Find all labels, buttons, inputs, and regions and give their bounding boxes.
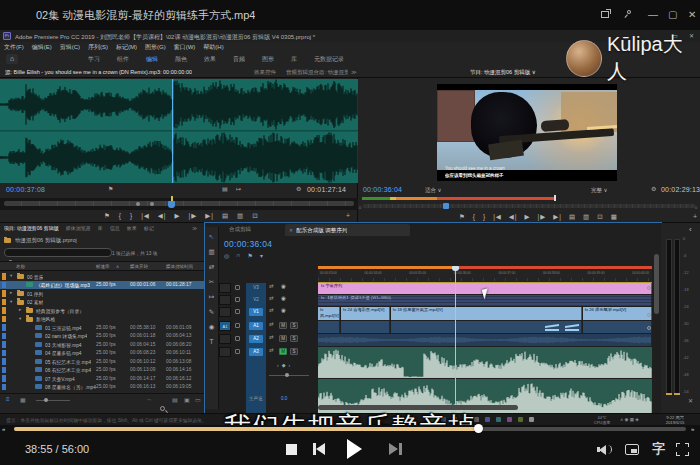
workspace-tab-2[interactable]: 编辑 [146, 55, 158, 64]
solo-button-A1[interactable]: S [290, 322, 298, 329]
resolution-dropdown[interactable]: 完整 ∨ [591, 187, 608, 194]
home-icon[interactable]: ⌂ [6, 54, 18, 64]
play-icon[interactable]: ▶ [175, 212, 181, 220]
source-settings-icon[interactable]: ⚙ [296, 185, 301, 192]
stop-button[interactable] [286, 444, 297, 455]
clip-v1[interactable]: fx 18 你是窗外风景.mp4[V] [391, 307, 582, 320]
project-tab-0[interactable]: 项目: 动漫混剪06 剪辑版 [4, 225, 59, 231]
music-clip-lane1[interactable] [318, 347, 652, 378]
pin-icon[interactable] [627, 10, 631, 14]
skip-forward-icon[interactable]: » [691, 426, 694, 432]
twirl-icon[interactable]: ▾ [10, 299, 12, 304]
project-row[interactable]: 08 星暮排名（另）.mp425.00 fps00:06:16:1300:06:… [0, 383, 205, 392]
step-forward-icon[interactable]: |▶ [538, 213, 547, 221]
clip-handle[interactable] [647, 286, 651, 290]
project-row[interactable]: 01 三渲运镜.mp425.00 fps00:05:38:1000:06:01:… [0, 323, 205, 332]
mute-button-A1[interactable]: M [279, 322, 287, 329]
lift-icon[interactable]: ▤ [569, 213, 576, 221]
col-fps[interactable]: 帧速率 [96, 264, 110, 269]
sync-lock-icon[interactable]: ⇄ [269, 307, 274, 313]
project-row[interactable]: ▾00 音乐 [0, 272, 205, 281]
go-to-in-icon[interactable]: |◀ [493, 213, 502, 221]
add-marker-icon[interactable]: ⚑ [104, 212, 111, 220]
track-name-V3[interactable]: V3 [249, 284, 263, 292]
workspace-tab-3[interactable]: 颜色 [175, 55, 187, 64]
track-volume-knob[interactable] [285, 373, 289, 377]
mark-out-icon[interactable]: } [130, 212, 133, 220]
export-frame-icon[interactable]: ⊡ [597, 213, 603, 221]
compare-icon[interactable]: ▦ [611, 213, 618, 221]
solo-button-A3[interactable]: S [290, 348, 298, 355]
source-scrubber[interactable] [0, 198, 358, 210]
track-output-icon[interactable]: ◉ [281, 307, 286, 313]
minimize-button[interactable]: — [648, 9, 658, 20]
twirl-icon[interactable]: ▸ [19, 307, 21, 312]
workspace-tab-0[interactable]: 学习 [88, 55, 100, 64]
menu-5[interactable]: 图形(G) [145, 43, 166, 52]
program-video-frame[interactable]: You should see me in a crown 你应该看到我头戴皇冠的… [437, 84, 617, 181]
mark-out-icon[interactable]: } [483, 213, 486, 221]
type-tool[interactable]: T [210, 338, 214, 345]
add-marker-icon[interactable]: ⚑ [459, 213, 466, 221]
menu-4[interactable]: 标记(M) [116, 43, 137, 52]
clip-a1[interactable] [391, 321, 582, 333]
menu-3[interactable]: 序列(S) [88, 43, 108, 52]
menu-7[interactable]: 帮助(H) [203, 43, 223, 52]
project-row[interactable]: 06 石纪艺术工业.mp425.00 fps00:06:13:0900:06:1… [0, 366, 205, 375]
track-name-A2[interactable]: A2 [249, 335, 263, 343]
video-frame[interactable]: Pr Adobe Premiere Pro CC 2019 - 刘国民老师【学员… [0, 30, 700, 425]
sync-lock-icon[interactable]: ⇄ [269, 334, 274, 340]
delete-icon[interactable]: ▭ [195, 396, 201, 403]
lock-icon[interactable] [235, 309, 240, 314]
collapse-icon[interactable]: ‹ [689, 225, 692, 234]
insert-icon[interactable]: ▤ [222, 212, 229, 220]
skip-back-icon[interactable]: « [2, 426, 5, 432]
menu-2[interactable]: 剪辑(C) [60, 43, 80, 52]
project-row[interactable]: ▾新增风格 [0, 315, 205, 324]
menu-0[interactable]: 文件(F) [4, 43, 24, 52]
clip-handle[interactable] [647, 326, 651, 330]
workspace-tab-7[interactable]: 库 [291, 55, 297, 64]
project-row[interactable]: ▾02 素材 [0, 298, 205, 307]
volume-icon[interactable] [597, 444, 613, 456]
fit-dropdown[interactable]: 适合 ∨ [425, 187, 442, 194]
project-row[interactable]: 《最终幻想》现场版.mp325.00 fps00:00:01:0600:01:2… [0, 281, 205, 290]
slip-tool[interactable]: ↦ [209, 293, 214, 301]
track-volume-slider[interactable] [269, 375, 309, 376]
sync-lock-icon[interactable]: ⇄ [269, 283, 274, 289]
twirl-icon[interactable]: ▸ [10, 290, 12, 295]
project-breadcrumb[interactable]: 动漫混剪06 剪辑版.prproj [4, 237, 77, 244]
col-media-duration[interactable]: 媒体持续时间 [166, 264, 193, 269]
fullscreen-icon[interactable] [676, 443, 689, 456]
clip-a1[interactable] [341, 321, 390, 333]
mark-in-icon[interactable]: { [473, 213, 476, 221]
source-patch-V2[interactable] [219, 295, 231, 305]
track-select-tool[interactable]: ▥ [208, 248, 214, 256]
mini-player-icon[interactable] [625, 444, 639, 455]
new-item-icon[interactable]: ▣ [184, 396, 190, 403]
menu-1[interactable]: 编辑(E) [32, 43, 52, 52]
lock-icon[interactable] [235, 297, 240, 302]
tab-program-monitor[interactable]: 节目: 动漫混剪06 剪辑版 ∨ [470, 69, 536, 76]
play-icon[interactable]: ▶ [525, 213, 531, 221]
automate-to-sequence-icon[interactable]: → [146, 396, 152, 402]
zoom-handle-right[interactable] [150, 202, 154, 206]
source-patch-V1[interactable] [219, 307, 231, 317]
meter-close-icon[interactable]: ✕ [688, 397, 693, 404]
clip-handle[interactable] [647, 313, 651, 317]
button-editor-icon[interactable]: + [346, 212, 350, 219]
tab-source-monitor[interactable]: 源: Billie Eilish - you should see me in … [5, 69, 192, 76]
program-scrubber[interactable]: 0 0 [359, 201, 700, 211]
project-row[interactable]: 02 nam 转场集.mp425.00 fps00:06:01:1800:06:… [0, 332, 205, 341]
twirl-icon[interactable]: ▾ [19, 316, 21, 321]
playhead-grip[interactable] [452, 266, 459, 271]
tab-audio-clip-mixer[interactable]: 音频剪辑混合器: 动漫混剪06 剪辑版 [286, 69, 348, 76]
program-playhead-grip[interactable] [443, 203, 449, 209]
maximize-button[interactable]: ▢ [668, 9, 677, 20]
seek-knob[interactable] [474, 424, 483, 433]
source-patch-A3[interactable] [219, 347, 231, 357]
lock-icon[interactable] [235, 349, 240, 354]
project-row[interactable]: 07 天蚕V.mp425.00 fps00:06:14:1700:06:16:1… [0, 374, 205, 383]
mark-in-icon[interactable]: { [119, 212, 122, 220]
overwrite-icon[interactable]: ▥ [237, 212, 244, 220]
